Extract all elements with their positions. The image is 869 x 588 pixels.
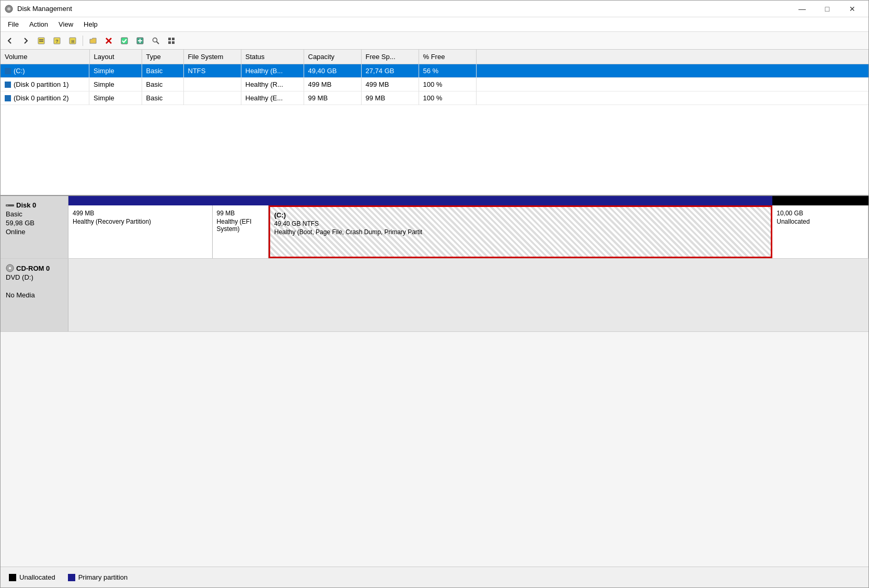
legend-unallocated: Unallocated	[9, 573, 55, 581]
col-type[interactable]: Type	[142, 50, 183, 64]
table-cell-0-2: NTFS	[183, 64, 241, 78]
table-row[interactable]: (C:)SimpleBasicNTFSHealthy (B...49,40 GB…	[1, 64, 868, 78]
efi-size: 99 MB	[217, 210, 264, 217]
maximize-button[interactable]: □	[815, 1, 839, 17]
close-button[interactable]: ✕	[840, 1, 864, 17]
col-status[interactable]: Status	[241, 50, 304, 64]
table-cell-extra	[476, 91, 868, 105]
partition-unalloc[interactable]: 10,00 GB Unallocated	[772, 205, 868, 258]
disk-visual-section: Disk 0 Basic 59,98 GB Online	[1, 196, 868, 567]
partition-c[interactable]: (C:) 49,40 GB NTFS Healthy (Boot, Page F…	[269, 205, 773, 258]
bar-unalloc	[772, 196, 868, 205]
unalloc-label: Unallocated	[777, 218, 864, 225]
menu-file[interactable]: File	[3, 18, 24, 30]
recovery-size: 499 MB	[73, 210, 208, 217]
grid-button[interactable]	[164, 34, 179, 48]
cdrom-row: CD-ROM 0 DVD (D:) No Media	[1, 259, 868, 332]
volume-name: (Disk 0 partition 2)	[14, 94, 68, 102]
efi-label: Healthy (EFI System)	[217, 218, 264, 233]
table-row[interactable]: (Disk 0 partition 2)SimpleBasicHealthy (…	[1, 91, 868, 105]
svg-line-16	[157, 41, 159, 44]
volume-name: (Disk 0 partition 1)	[14, 80, 68, 88]
minimize-button[interactable]: —	[790, 1, 814, 17]
svg-rect-2	[38, 38, 44, 44]
cdrom-label: CD-ROM 0 DVD (D:) No Media	[1, 259, 68, 331]
table-cell-2-5: 99 MB	[361, 91, 419, 105]
cdrom-content	[68, 259, 868, 331]
rescan-button[interactable]: ⊞	[65, 34, 80, 48]
app-icon	[5, 5, 13, 13]
table-cell-0-1: Basic	[142, 64, 183, 78]
table-cell-0-4: 49,40 GB	[304, 64, 361, 78]
table-cell-0-5: 27,74 GB	[361, 64, 419, 78]
legend-black-box	[9, 574, 16, 581]
menu-action[interactable]: Action	[24, 18, 53, 30]
menu-view[interactable]: View	[53, 18, 78, 30]
toolbar: ? ⊞	[1, 32, 868, 50]
disk0-label: Disk 0 Basic 59,98 GB Online	[1, 196, 68, 258]
properties-button[interactable]	[34, 34, 49, 48]
back-button[interactable]	[3, 34, 17, 48]
main-content: Volume Layout Type File System Status Ca…	[1, 50, 868, 587]
table-cell-1-2	[183, 78, 241, 91]
partition-efi[interactable]: 99 MB Healthy (EFI System)	[213, 205, 269, 258]
c-drive-name: (C:)	[274, 211, 767, 219]
check-button[interactable]	[117, 34, 132, 48]
forward-button[interactable]	[18, 34, 33, 48]
svg-rect-18	[172, 38, 175, 40]
disk0-cells: 499 MB Healthy (Recovery Partition) 99 M…	[68, 205, 868, 258]
col-filesystem[interactable]: File System	[183, 50, 241, 64]
svg-rect-11	[121, 38, 128, 44]
svg-text:?: ?	[55, 39, 59, 44]
svg-rect-17	[168, 38, 171, 40]
table-cell-2-3: Healthy (E...	[241, 91, 304, 105]
svg-point-24	[9, 267, 11, 270]
volume-icon	[5, 82, 11, 88]
table-cell-1-4: 499 MB	[304, 78, 361, 91]
disk-management-window: Disk Management — □ ✕ File Action View H…	[0, 0, 869, 588]
search-button[interactable]	[148, 34, 163, 48]
disk0-size: 59,98 GB	[6, 219, 63, 227]
menu-bar: File Action View Help	[1, 17, 868, 32]
recovery-label: Healthy (Recovery Partition)	[73, 218, 208, 225]
disk0-bars	[68, 196, 868, 205]
legend-primary: Primary partition	[68, 573, 128, 581]
add-button[interactable]	[133, 34, 147, 48]
help-button[interactable]: ?	[50, 34, 64, 48]
delete-button[interactable]	[101, 34, 116, 48]
col-layout[interactable]: Layout	[89, 50, 142, 64]
col-extra	[476, 50, 868, 64]
col-volume[interactable]: Volume	[1, 50, 89, 64]
bar-recovery	[68, 196, 213, 205]
col-capacity[interactable]: Capacity	[304, 50, 361, 64]
c-drive-capacity: 49,40 GB NTFS	[274, 220, 767, 227]
disk-table: Volume Layout Type File System Status Ca…	[1, 50, 868, 105]
table-cell-extra	[476, 64, 868, 78]
cdrom-empty	[6, 282, 63, 290]
vol-cell-1: (Disk 0 partition 1)	[1, 78, 89, 91]
table-cell-2-4: 99 MB	[304, 91, 361, 105]
svg-text:⊞: ⊞	[71, 39, 75, 44]
toolbar-separator-1	[83, 36, 83, 46]
table-row[interactable]: (Disk 0 partition 1)SimpleBasicHealthy (…	[1, 78, 868, 91]
table-cell-0-0: Simple	[89, 64, 142, 78]
window-controls: — □ ✕	[790, 1, 864, 17]
disk0-row: Disk 0 Basic 59,98 GB Online	[1, 196, 868, 259]
legend-primary-label: Primary partition	[78, 573, 128, 581]
menu-help[interactable]: Help	[78, 18, 103, 30]
table-cell-0-6: 56 %	[419, 64, 476, 78]
volume-name: (C:)	[14, 67, 25, 75]
unalloc-size: 10,00 GB	[777, 210, 864, 217]
partition-recovery[interactable]: 499 MB Healthy (Recovery Partition)	[68, 205, 213, 258]
svg-rect-20	[172, 41, 175, 44]
table-cell-1-5: 499 MB	[361, 78, 419, 91]
table-cell-2-1: Basic	[142, 91, 183, 105]
svg-point-15	[153, 38, 157, 42]
folder-button[interactable]	[86, 34, 100, 48]
table-cell-1-3: Healthy (R...	[241, 78, 304, 91]
col-pctfree[interactable]: % Free	[419, 50, 476, 64]
col-freespace[interactable]: Free Sp...	[361, 50, 419, 64]
cdrom-type: DVD (D:)	[6, 273, 63, 281]
legend-blue-box	[68, 574, 75, 581]
svg-rect-19	[168, 41, 171, 44]
